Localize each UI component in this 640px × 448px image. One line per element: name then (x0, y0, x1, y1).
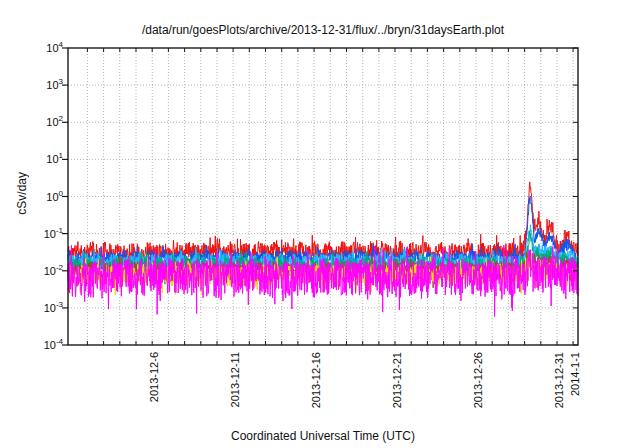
x-tick-label: 2014-1-1 (569, 352, 582, 396)
chart-canvas: /data/run/goesPlots/archive/2013-12-31/f… (0, 0, 640, 448)
x-tick-label: 2013-12-31 (553, 352, 566, 408)
y-tick-label: 10-2 (14, 263, 63, 279)
x-tick-label: 2013-12-21 (391, 352, 404, 408)
x-tick-label: 2013-12-11 (229, 352, 242, 407)
y-tick-label: 102 (14, 114, 63, 130)
y-tick-label: 103 (14, 77, 63, 93)
x-tick-label: 2013-12-6 (148, 352, 161, 402)
y-tick-label: 101 (14, 151, 63, 167)
x-tick-label: 2013-12-26 (472, 352, 485, 408)
x-axis-label: Coordinated Universal Time (UTC) (68, 429, 578, 443)
y-tick-label: 10-1 (14, 226, 63, 242)
y-tick-label: 104 (14, 40, 63, 56)
y-tick-label: 100 (14, 189, 63, 205)
y-tick-label: 10-4 (14, 337, 63, 353)
x-tick-label: 2013-12-16 (310, 352, 323, 408)
y-tick-label: 10-3 (14, 300, 63, 316)
